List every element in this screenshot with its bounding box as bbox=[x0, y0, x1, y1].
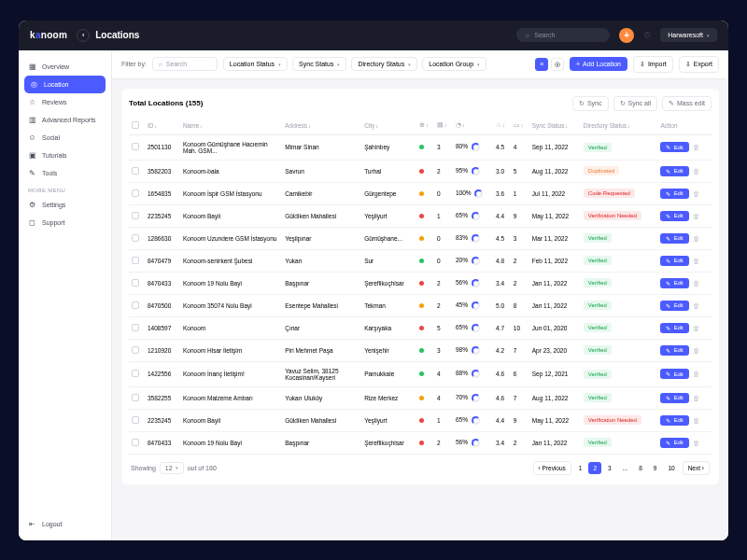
row-checkbox[interactable] bbox=[132, 167, 139, 175]
row-checkbox[interactable] bbox=[132, 212, 139, 219]
delete-button[interactable]: 🗑 bbox=[693, 235, 699, 242]
add-location-button[interactable]: + Add Location bbox=[570, 57, 627, 71]
page-1[interactable]: 1 bbox=[574, 462, 587, 474]
edit-button[interactable]: ✎Edit bbox=[660, 415, 688, 426]
delete-button[interactable]: 🗑 bbox=[693, 347, 699, 354]
col-checkbox[interactable] bbox=[129, 117, 145, 135]
row-checkbox[interactable] bbox=[132, 346, 139, 354]
sync-button[interactable]: ↻Sync bbox=[572, 96, 609, 111]
row-checkbox[interactable] bbox=[132, 370, 139, 377]
edit-button[interactable]: ✎Edit bbox=[660, 278, 688, 288]
delete-button[interactable]: 🗑 bbox=[693, 144, 699, 150]
cell-count: 2 bbox=[434, 431, 453, 454]
filter-search[interactable]: ⌕ Search bbox=[152, 57, 218, 71]
row-checkbox[interactable] bbox=[132, 234, 139, 242]
delete-button[interactable]: 🗑 bbox=[693, 280, 699, 287]
row-checkbox[interactable] bbox=[132, 439, 139, 446]
col-status-dot[interactable]: ⊕↕ bbox=[416, 117, 434, 135]
delete-button[interactable]: 🗑 bbox=[693, 168, 699, 175]
edit-button[interactable]: ✎Edit bbox=[660, 369, 688, 379]
prev-button[interactable]: ‹ Previous bbox=[533, 461, 571, 475]
nav-icon: ▣ bbox=[28, 151, 36, 160]
filter-sync-status[interactable]: Sync Status▾ bbox=[292, 57, 346, 71]
search-icon: ⌕ bbox=[526, 32, 529, 38]
page-10[interactable]: 10 bbox=[663, 462, 679, 474]
delete-button[interactable]: 🗑 bbox=[693, 213, 699, 219]
col-reviews[interactable]: ▭↕ bbox=[511, 117, 529, 135]
delete-button[interactable]: 🗑 bbox=[693, 371, 699, 377]
cell-status: Duplicated bbox=[581, 160, 658, 182]
cell-progress: 88% bbox=[453, 361, 493, 386]
filter-location-status[interactable]: Location Status▾ bbox=[223, 57, 288, 71]
col-name[interactable]: Name↕ bbox=[180, 117, 282, 135]
col-city[interactable]: City↕ bbox=[361, 117, 416, 135]
cell-status: Verification Needed bbox=[581, 409, 658, 431]
edit-button[interactable]: ✎Edit bbox=[660, 211, 688, 221]
delete-button[interactable]: 🗑 bbox=[693, 302, 699, 309]
col-dir[interactable]: Directory Status↕ bbox=[581, 117, 658, 135]
edit-button[interactable]: ✎Edit bbox=[660, 301, 688, 311]
edit-button[interactable]: ✎Edit bbox=[660, 256, 688, 266]
col-sync[interactable]: Sync Status↕ bbox=[529, 117, 581, 135]
next-button[interactable]: Next › bbox=[683, 461, 710, 475]
page-8[interactable]: 8 bbox=[634, 462, 647, 474]
col-rating[interactable]: ☆↕ bbox=[493, 117, 511, 135]
sidebar-item-overview[interactable]: ▦Overview bbox=[19, 58, 111, 76]
sidebar-item-tools[interactable]: ✎Tools bbox=[19, 164, 111, 182]
delete-button[interactable]: 🗑 bbox=[693, 417, 699, 424]
delete-button[interactable]: 🗑 bbox=[693, 190, 699, 197]
edit-button[interactable]: ✎Edit bbox=[660, 438, 688, 448]
row-checkbox[interactable] bbox=[132, 416, 139, 424]
page-9[interactable]: 9 bbox=[649, 462, 662, 474]
delete-button[interactable]: 🗑 bbox=[693, 258, 699, 264]
row-checkbox[interactable] bbox=[132, 301, 139, 309]
delete-button[interactable]: 🗑 bbox=[693, 395, 699, 401]
edit-button[interactable]: ✎Edit bbox=[660, 233, 688, 244]
import-button[interactable]: ⇩ Import bbox=[633, 56, 673, 73]
row-checkbox[interactable] bbox=[132, 279, 139, 287]
edit-button[interactable]: ✎Edit bbox=[660, 393, 688, 403]
filter-label: Sync Status bbox=[299, 61, 333, 67]
delete-button[interactable]: 🗑 bbox=[693, 325, 699, 331]
sidebar-item-support[interactable]: ◻Support bbox=[19, 214, 111, 231]
export-button[interactable]: ⇩ Export bbox=[679, 56, 719, 73]
sidebar-section-more: MORE MENU bbox=[19, 182, 111, 196]
col-action: Action bbox=[657, 117, 712, 135]
page-3[interactable]: 3 bbox=[603, 462, 616, 474]
edit-button[interactable]: ✎Edit bbox=[660, 345, 688, 356]
row-checkbox[interactable] bbox=[132, 189, 139, 197]
page-2[interactable]: 2 bbox=[588, 462, 601, 474]
row-checkbox[interactable] bbox=[132, 324, 139, 331]
sidebar-item-location[interactable]: ◎Location bbox=[24, 76, 106, 93]
mass-edit-button[interactable]: ✎Mass edit bbox=[662, 96, 712, 111]
sidebar-item-tutorials[interactable]: ▣Tutorials bbox=[19, 147, 111, 164]
edit-button[interactable]: ✎Edit bbox=[660, 323, 688, 333]
row-checkbox[interactable] bbox=[132, 257, 139, 264]
edit-button[interactable]: ✎Edit bbox=[660, 189, 688, 199]
back-icon[interactable]: ‹ bbox=[77, 29, 90, 42]
col-count[interactable]: ▤↕ bbox=[434, 117, 453, 135]
logout-button[interactable]: ⇤ Logout bbox=[19, 515, 111, 533]
sidebar-item-advanced-reports[interactable]: ▥Advanced Reports bbox=[19, 111, 111, 129]
delete-button[interactable]: 🗑 bbox=[693, 440, 699, 446]
filter-location-group[interactable]: Location Group▾ bbox=[422, 57, 486, 71]
sidebar-item-social[interactable]: ☺Social bbox=[19, 129, 111, 147]
view-map-button[interactable]: ◎ bbox=[551, 58, 564, 71]
sidebar-item-settings[interactable]: ⚙Settings bbox=[19, 196, 111, 214]
add-button[interactable]: + bbox=[619, 28, 634, 43]
col-progress[interactable]: ◔↕ bbox=[453, 117, 493, 135]
view-list-button[interactable]: ≡ bbox=[535, 58, 548, 71]
col-address[interactable]: Address↕ bbox=[282, 117, 361, 135]
row-checkbox[interactable] bbox=[132, 394, 139, 401]
per-page-select[interactable]: 12▾ bbox=[160, 462, 184, 474]
account-menu[interactable]: Harwaresoft ▾ bbox=[660, 28, 717, 42]
edit-button[interactable]: ✎Edit bbox=[660, 166, 688, 176]
col-id[interactable]: ID↕ bbox=[145, 117, 180, 135]
filter-directory-status[interactable]: Directory Status▾ bbox=[351, 57, 417, 71]
sidebar-item-reviews[interactable]: ☆Reviews bbox=[19, 93, 111, 111]
global-search[interactable]: ⌕ Search bbox=[516, 28, 610, 42]
notifications-icon[interactable]: ♡ bbox=[643, 31, 651, 40]
row-checkbox[interactable] bbox=[132, 143, 139, 150]
edit-button[interactable]: ✎Edit bbox=[660, 142, 688, 152]
sync-all-button[interactable]: ↻Sync all bbox=[613, 96, 658, 111]
